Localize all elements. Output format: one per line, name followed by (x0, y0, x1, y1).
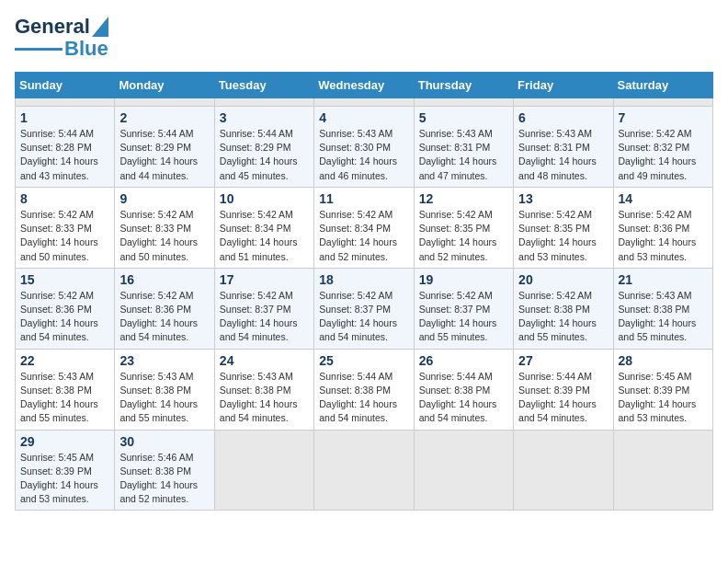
day-info: Sunrise: 5:45 AMSunset: 8:39 PMDaylight:… (619, 370, 708, 426)
day-info: Sunrise: 5:43 AMSunset: 8:38 PMDaylight:… (20, 370, 109, 426)
calendar-cell: 15Sunrise: 5:42 AMSunset: 8:36 PMDayligh… (16, 268, 115, 349)
day-info: Sunrise: 5:45 AMSunset: 8:39 PMDaylight:… (20, 451, 109, 507)
calendar-week-row (16, 98, 713, 107)
calendar-cell (414, 98, 513, 107)
calendar-cell: 7Sunrise: 5:42 AMSunset: 8:32 PMDaylight… (613, 107, 712, 188)
day-number: 4 (319, 110, 408, 125)
col-header-tuesday: Tuesday (214, 73, 313, 98)
page-header: General Blue (15, 15, 713, 61)
calendar-cell: 14Sunrise: 5:42 AMSunset: 8:36 PMDayligh… (613, 187, 712, 268)
day-info: Sunrise: 5:42 AMSunset: 8:36 PMDaylight:… (619, 208, 708, 264)
calendar-cell (214, 98, 313, 107)
calendar-cell: 1Sunrise: 5:44 AMSunset: 8:28 PMDaylight… (16, 107, 115, 188)
calendar-week-row: 29Sunrise: 5:45 AMSunset: 8:39 PMDayligh… (16, 430, 713, 511)
day-number: 7 (619, 110, 708, 125)
day-info: Sunrise: 5:43 AMSunset: 8:30 PMDaylight:… (319, 127, 408, 183)
calendar-cell: 29Sunrise: 5:45 AMSunset: 8:39 PMDayligh… (16, 430, 115, 511)
calendar-week-row: 15Sunrise: 5:42 AMSunset: 8:36 PMDayligh… (16, 268, 713, 349)
day-number: 6 (518, 110, 608, 125)
calendar-cell: 10Sunrise: 5:42 AMSunset: 8:34 PMDayligh… (214, 187, 313, 268)
calendar-cell: 6Sunrise: 5:43 AMSunset: 8:31 PMDaylight… (514, 107, 613, 188)
svg-marker-0 (92, 17, 108, 37)
col-header-thursday: Thursday (414, 73, 513, 98)
calendar-cell: 27Sunrise: 5:44 AMSunset: 8:39 PMDayligh… (514, 349, 613, 430)
calendar-cell: 25Sunrise: 5:44 AMSunset: 8:38 PMDayligh… (314, 349, 414, 430)
calendar-cell (613, 430, 712, 511)
day-info: Sunrise: 5:42 AMSunset: 8:36 PMDaylight:… (119, 289, 209, 345)
day-info: Sunrise: 5:42 AMSunset: 8:32 PMDaylight:… (619, 127, 708, 183)
day-number: 19 (419, 272, 508, 287)
calendar-cell: 21Sunrise: 5:43 AMSunset: 8:38 PMDayligh… (613, 268, 712, 349)
day-number: 21 (619, 272, 708, 287)
calendar-cell (514, 98, 613, 107)
day-number: 29 (20, 434, 109, 449)
day-info: Sunrise: 5:42 AMSunset: 8:34 PMDaylight:… (220, 208, 309, 264)
day-number: 23 (119, 353, 209, 368)
logo: General Blue (15, 15, 108, 61)
day-info: Sunrise: 5:42 AMSunset: 8:38 PMDaylight:… (518, 289, 608, 345)
day-info: Sunrise: 5:42 AMSunset: 8:35 PMDaylight:… (518, 208, 608, 264)
day-number: 1 (20, 110, 109, 125)
calendar-cell: 30Sunrise: 5:46 AMSunset: 8:38 PMDayligh… (115, 430, 214, 511)
day-info: Sunrise: 5:42 AMSunset: 8:34 PMDaylight:… (319, 208, 408, 264)
calendar-cell: 8Sunrise: 5:42 AMSunset: 8:33 PMDaylight… (16, 187, 115, 268)
day-number: 24 (220, 353, 309, 368)
col-header-friday: Friday (514, 73, 613, 98)
day-info: Sunrise: 5:44 AMSunset: 8:39 PMDaylight:… (518, 370, 608, 426)
calendar-cell: 18Sunrise: 5:42 AMSunset: 8:37 PMDayligh… (314, 268, 414, 349)
day-number: 18 (319, 272, 408, 287)
day-number: 9 (119, 191, 209, 206)
calendar-cell (214, 430, 313, 511)
calendar-cell: 13Sunrise: 5:42 AMSunset: 8:35 PMDayligh… (514, 187, 613, 268)
calendar-cell: 3Sunrise: 5:44 AMSunset: 8:29 PMDaylight… (214, 107, 313, 188)
calendar-cell: 4Sunrise: 5:43 AMSunset: 8:30 PMDaylight… (314, 107, 414, 188)
calendar-cell: 9Sunrise: 5:42 AMSunset: 8:33 PMDaylight… (115, 187, 214, 268)
calendar-cell: 19Sunrise: 5:42 AMSunset: 8:37 PMDayligh… (414, 268, 513, 349)
calendar-cell: 16Sunrise: 5:42 AMSunset: 8:36 PMDayligh… (115, 268, 214, 349)
day-info: Sunrise: 5:43 AMSunset: 8:38 PMDaylight:… (119, 370, 209, 426)
day-number: 11 (319, 191, 408, 206)
calendar-cell: 26Sunrise: 5:44 AMSunset: 8:38 PMDayligh… (414, 349, 513, 430)
calendar-table: SundayMondayTuesdayWednesdayThursdayFrid… (15, 72, 713, 511)
day-number: 22 (20, 353, 109, 368)
col-header-saturday: Saturday (613, 73, 712, 98)
day-info: Sunrise: 5:44 AMSunset: 8:28 PMDaylight:… (20, 127, 109, 183)
day-number: 17 (220, 272, 309, 287)
day-number: 8 (20, 191, 109, 206)
calendar-cell (613, 98, 712, 107)
calendar-cell: 24Sunrise: 5:43 AMSunset: 8:38 PMDayligh… (214, 349, 313, 430)
day-info: Sunrise: 5:44 AMSunset: 8:38 PMDaylight:… (319, 370, 408, 426)
day-info: Sunrise: 5:44 AMSunset: 8:29 PMDaylight:… (119, 127, 209, 183)
logo-triangle-icon (92, 17, 108, 37)
day-info: Sunrise: 5:43 AMSunset: 8:31 PMDaylight:… (419, 127, 508, 183)
day-number: 5 (419, 110, 508, 125)
calendar-cell: 12Sunrise: 5:42 AMSunset: 8:35 PMDayligh… (414, 187, 513, 268)
day-number: 15 (20, 272, 109, 287)
calendar-week-row: 22Sunrise: 5:43 AMSunset: 8:38 PMDayligh… (16, 349, 713, 430)
col-header-wednesday: Wednesday (314, 73, 414, 98)
day-info: Sunrise: 5:44 AMSunset: 8:38 PMDaylight:… (419, 370, 508, 426)
logo-blue-text: Blue (64, 37, 108, 61)
day-number: 26 (419, 353, 508, 368)
day-info: Sunrise: 5:42 AMSunset: 8:36 PMDaylight:… (20, 289, 109, 345)
day-info: Sunrise: 5:44 AMSunset: 8:29 PMDaylight:… (220, 127, 309, 183)
day-number: 16 (119, 272, 209, 287)
day-number: 12 (419, 191, 508, 206)
calendar-cell: 23Sunrise: 5:43 AMSunset: 8:38 PMDayligh… (115, 349, 214, 430)
logo-general-text: General (15, 15, 90, 39)
day-number: 13 (518, 191, 608, 206)
day-info: Sunrise: 5:42 AMSunset: 8:37 PMDaylight:… (419, 289, 508, 345)
day-number: 3 (220, 110, 309, 125)
calendar-cell (514, 430, 613, 511)
day-info: Sunrise: 5:42 AMSunset: 8:33 PMDaylight:… (20, 208, 109, 264)
day-info: Sunrise: 5:42 AMSunset: 8:37 PMDaylight:… (319, 289, 408, 345)
calendar-cell (314, 98, 414, 107)
calendar-cell: 22Sunrise: 5:43 AMSunset: 8:38 PMDayligh… (16, 349, 115, 430)
day-number: 27 (518, 353, 608, 368)
calendar-week-row: 1Sunrise: 5:44 AMSunset: 8:28 PMDaylight… (16, 107, 713, 188)
day-info: Sunrise: 5:42 AMSunset: 8:35 PMDaylight:… (419, 208, 508, 264)
calendar-cell (16, 98, 115, 107)
day-number: 20 (518, 272, 608, 287)
col-header-sunday: Sunday (16, 73, 115, 98)
calendar-cell: 28Sunrise: 5:45 AMSunset: 8:39 PMDayligh… (613, 349, 712, 430)
